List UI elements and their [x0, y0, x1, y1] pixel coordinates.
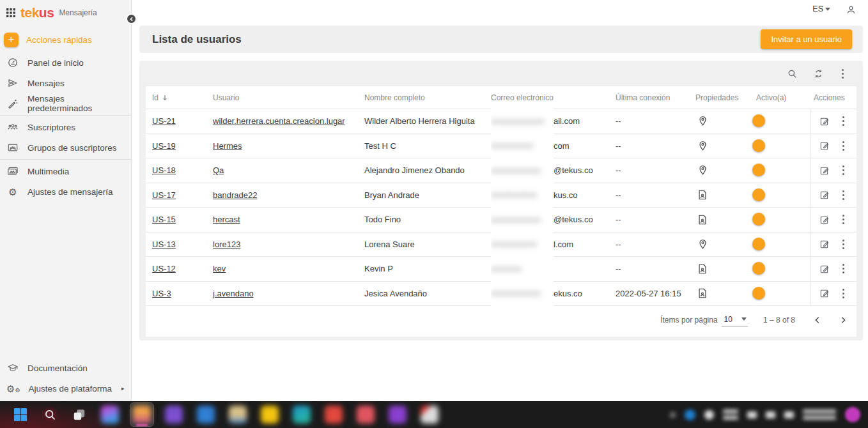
edit-icon[interactable]	[819, 239, 830, 249]
taskbar-app-icon[interactable]	[226, 403, 249, 426]
taskbar-search-button[interactable]	[38, 403, 61, 426]
sidebar-item-acciones-rapidas[interactable]: + Acciones rápidas	[0, 31, 131, 49]
battery-icon[interactable]	[784, 411, 794, 418]
sidebar-item-mensajes[interactable]: Mensajes	[0, 73, 131, 93]
user-id-link[interactable]: US-19	[152, 141, 176, 151]
volume-icon[interactable]	[766, 411, 775, 418]
user-id-link[interactable]: US-12	[152, 264, 176, 273]
username-link[interactable]: hercast	[213, 215, 240, 224]
row-more-options-icon[interactable]	[840, 287, 847, 300]
edit-icon[interactable]	[819, 116, 830, 126]
edit-icon[interactable]	[819, 141, 830, 151]
username-link[interactable]: wilder.herrera.cuenta.creacion.lugar	[213, 116, 345, 126]
row-more-options-icon[interactable]	[840, 189, 847, 201]
column-header-propiedades[interactable]: Propiedades	[695, 93, 756, 102]
taskbar-app-icon[interactable]	[162, 403, 185, 426]
sidebar-item-ajustes-de-plataforma[interactable]: ⚙⚙ Ajustes de plataforma ▸	[0, 378, 131, 399]
taskbar-app-icon[interactable]	[290, 403, 313, 426]
more-options-icon[interactable]	[839, 68, 846, 80]
edit-icon[interactable]	[819, 288, 830, 298]
taskbar-app-icon[interactable]	[194, 403, 217, 426]
sidebar-item-ajustes-de-mensajeria[interactable]: ⚙ Ajustes de mensajería	[0, 181, 131, 202]
location-pin-icon	[697, 115, 709, 127]
username-link[interactable]: lore123	[213, 240, 240, 249]
taskbar-app-icon[interactable]	[386, 403, 409, 426]
taskbar-app-icon[interactable]	[418, 403, 441, 426]
sidebar-collapse-button[interactable]	[126, 13, 137, 24]
username-link[interactable]: Qa	[213, 165, 224, 175]
active-cell	[756, 165, 810, 175]
username-link[interactable]: kev	[213, 264, 226, 273]
taskbar-app-slot	[225, 402, 251, 427]
table-header-row: Id Usuario Nombre completo Correo electr…	[146, 86, 856, 109]
column-header-ultima-conexion[interactable]: Última conexión	[616, 93, 695, 102]
actions-cell	[810, 257, 856, 281]
column-header-activo[interactable]: Activo(a)	[756, 93, 810, 102]
user-id-link[interactable]: US-13	[152, 240, 176, 249]
edit-icon[interactable]	[819, 264, 830, 274]
user-id-link[interactable]: US-3	[152, 289, 171, 298]
user-id-link[interactable]: US-21	[152, 116, 176, 126]
username-link[interactable]: j.avendano	[213, 289, 254, 298]
tray-app-icon-white[interactable]	[704, 410, 714, 420]
items-per-page-select[interactable]: 10	[722, 314, 748, 326]
previous-page-icon[interactable]	[813, 316, 822, 325]
row-more-options-icon[interactable]	[840, 213, 847, 225]
tekus-logo[interactable]: tekus	[20, 5, 54, 20]
column-header-correo[interactable]: Correo electrónico	[491, 93, 616, 102]
edit-icon[interactable]	[819, 190, 830, 200]
sidebar-item-suscriptores[interactable]: Suscriptores	[0, 117, 131, 137]
taskbar-app-icon[interactable]	[354, 403, 377, 426]
clock-date-area[interactable]	[803, 409, 836, 420]
contact-card-icon	[697, 189, 708, 201]
sidebar-item-documentacion[interactable]: Documentación	[0, 358, 131, 378]
invite-user-button[interactable]: Invitar a un usuario	[761, 29, 852, 49]
taskbar-app-icon[interactable]	[130, 403, 153, 426]
column-header-id[interactable]: Id	[152, 93, 213, 102]
row-more-options-icon[interactable]	[840, 164, 847, 176]
sidebar-item-multimedia[interactable]: Multimedia	[0, 161, 131, 181]
tray-overflow-icon[interactable]	[670, 412, 676, 418]
network-icon[interactable]	[747, 411, 757, 418]
last-connection: --	[616, 116, 695, 126]
edit-icon[interactable]	[819, 165, 830, 176]
user-id-link[interactable]: US-18	[152, 165, 176, 175]
sidebar-item-panel-de-inicio[interactable]: Panel de inicio	[0, 52, 131, 73]
row-more-options-icon[interactable]	[840, 115, 847, 127]
edit-icon[interactable]	[819, 215, 830, 225]
email-cell: xxxxxxxxxxxxx ekus.co	[491, 282, 616, 306]
user-id-link[interactable]: US-15	[152, 215, 176, 224]
language-indicator[interactable]	[723, 409, 738, 420]
table-row: US-13 lore123 Lorena Suare xxxxxxxxxxxx …	[146, 233, 856, 257]
magic-wand-icon	[6, 98, 19, 109]
column-header-nombre[interactable]: Nombre completo	[364, 93, 491, 102]
sidebar-item-label: Ajustes de mensajería	[27, 187, 113, 197]
row-more-options-icon[interactable]	[840, 140, 847, 152]
tray-app-icon-blue[interactable]	[685, 409, 695, 420]
username-link[interactable]: Hermes	[213, 141, 242, 151]
user-id-link[interactable]: US-17	[152, 190, 176, 200]
row-more-options-icon[interactable]	[840, 263, 847, 275]
row-more-options-icon[interactable]	[840, 238, 847, 250]
column-header-acciones[interactable]: Acciones	[810, 93, 856, 102]
search-icon[interactable]	[787, 68, 798, 79]
account-icon[interactable]	[846, 4, 856, 15]
sidebar-item-grupos-de-suscriptores[interactable]: Grupos de suscriptores	[0, 137, 131, 158]
taskbar-app-icon[interactable]	[322, 403, 345, 426]
email-cell: xxxxxxxx	[491, 257, 616, 281]
sort-desc-icon	[161, 94, 169, 102]
apps-grid-icon[interactable]	[6, 8, 15, 17]
column-header-usuario[interactable]: Usuario	[213, 93, 364, 102]
taskbar-app-icon[interactable]	[98, 403, 121, 426]
language-selector[interactable]: ES	[812, 4, 830, 13]
sidebar-item-mensajes-predeterminados[interactable]: Mensajes predeterminados	[0, 93, 131, 114]
username-link[interactable]: bandrade22	[213, 190, 257, 200]
redacted-email-blur: xxxxxxxxxxxxx	[491, 158, 554, 183]
email-cell: xxxxxxxxxxxxxx ail.com	[491, 109, 616, 134]
next-page-icon[interactable]	[839, 316, 848, 325]
notification-badge[interactable]	[845, 407, 860, 422]
start-button[interactable]	[9, 403, 32, 426]
task-view-button[interactable]	[68, 403, 91, 426]
taskbar-app-icon[interactable]	[258, 403, 281, 426]
refresh-icon[interactable]	[813, 68, 824, 79]
